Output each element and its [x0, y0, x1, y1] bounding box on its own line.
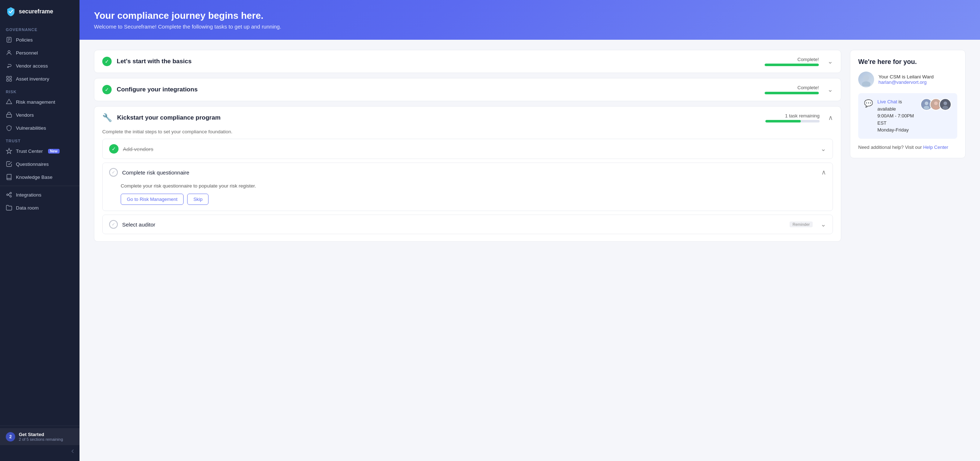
live-chat-link[interactable]: Live Chat	[877, 99, 897, 105]
live-chat-days: Monday-Friday	[877, 127, 909, 133]
get-started-section: 2 Get Started 2 of 5 sections remaining	[0, 420, 80, 461]
svg-point-21	[934, 102, 938, 105]
sidebar-item-vendors-label: Vendors	[16, 112, 34, 118]
sidebar-item-knowledge-base[interactable]: Knowledge Base	[0, 170, 80, 184]
svg-point-18	[862, 81, 870, 86]
hero-banner: Your compliance journey begins here. Wel…	[80, 0, 980, 40]
progress-bar-integrations	[765, 92, 819, 94]
svg-line-16	[8, 195, 10, 196]
sidebar-item-personnel[interactable]: Personnel	[0, 46, 80, 59]
svg-rect-8	[6, 79, 8, 81]
section-header-left-integrations: ✓ Configure your integrations	[102, 85, 756, 94]
chat-text: Live Chat is available 9:00AM - 7:00PM E…	[877, 98, 919, 134]
get-started-title: Get Started	[19, 432, 63, 437]
help-center-link[interactable]: Help Center	[923, 145, 948, 150]
subtask-header-add-vendors[interactable]: ✓ Add vendors ⌄	[103, 139, 832, 159]
svg-point-19	[925, 102, 928, 105]
sidebar: secureframe Governance Policies Personne…	[0, 0, 80, 461]
main-content: Your compliance journey begins here. Wel…	[80, 0, 980, 461]
go-to-risk-management-button[interactable]: Go to Risk Management	[121, 194, 184, 205]
svg-rect-11	[6, 114, 11, 118]
hero-title: Your compliance journey begins here.	[94, 10, 966, 21]
progress-bar-basics	[765, 64, 819, 66]
main-column: ✓ Let's start with the basics Complete! …	[94, 50, 841, 451]
sidebar-item-trust-center-label: Trust Center	[16, 148, 43, 154]
chat-icon: 💬	[864, 99, 873, 108]
sidebar-item-questionnaires[interactable]: Questionnaires	[0, 157, 80, 170]
section-status-kickstart: 1 task remaining	[785, 113, 819, 119]
sidebar-item-risk-management[interactable]: Risk management	[0, 95, 80, 108]
get-started-subtitle: 2 of 5 sections remaining	[19, 437, 63, 442]
csm-name: Your CSM is Leilani Ward	[878, 74, 934, 79]
svg-rect-7	[10, 76, 11, 78]
subtask-card-risk-questionnaire: Complete risk questionnaire ∧ Complete y…	[102, 162, 833, 211]
check-icon-add-vendors: ✓	[109, 144, 119, 154]
svg-point-4	[8, 51, 10, 53]
subtask-card-select-auditor: Select auditor Reminder ⌄	[102, 215, 833, 234]
subtask-title-risk-questionnaire: Complete risk questionnaire	[122, 169, 813, 176]
svg-point-17	[863, 75, 869, 81]
subtask-header-select-auditor[interactable]: Select auditor Reminder ⌄	[103, 215, 832, 234]
check-icon-integrations: ✓	[102, 85, 112, 94]
sidebar-item-vendor-access-label: Vendor access	[16, 63, 48, 68]
content-area: ✓ Let's start with the basics Complete! …	[80, 40, 980, 461]
sidebar-item-personnel-label: Personnel	[16, 50, 38, 56]
section-label-governance: Governance	[0, 23, 80, 33]
reminder-badge-select-auditor: Reminder	[789, 221, 813, 227]
chevron-select-auditor: ⌄	[821, 220, 826, 228]
check-icon-basics: ✓	[102, 57, 112, 66]
sidebar-item-vulnerabilities[interactable]: Vulnerabilities	[0, 121, 80, 134]
section-right-integrations: Complete!	[761, 85, 819, 94]
section-header-basics[interactable]: ✓ Let's start with the basics Complete! …	[94, 50, 841, 73]
csm-email[interactable]: harlan@vandervort.org	[878, 79, 934, 85]
subtask-title-select-auditor: Select auditor	[122, 221, 785, 227]
kickstart-description: Complete the initial steps to set your c…	[102, 129, 833, 134]
section-status-basics: Complete!	[797, 57, 819, 62]
svg-line-15	[8, 193, 10, 195]
svg-point-24	[942, 106, 948, 110]
progress-fill-basics	[765, 64, 819, 66]
check-icon-risk-questionnaire	[109, 168, 118, 176]
chevron-kickstart: ∧	[828, 114, 833, 122]
sidebar-item-vulnerabilities-label: Vulnerabilities	[16, 126, 46, 131]
section-header-left-basics: ✓ Let's start with the basics	[102, 57, 756, 66]
csm-info: Your CSM is Leilani Ward harlan@vandervo…	[878, 74, 934, 85]
section-header-integrations[interactable]: ✓ Configure your integrations Complete! …	[94, 78, 841, 101]
section-status-integrations: Complete!	[797, 85, 819, 90]
sidebar-item-asset-inventory[interactable]: Asset inventory	[0, 72, 80, 85]
kickstart-icon: 🔧	[102, 113, 112, 122]
section-card-kickstart: 🔧 Kickstart your compliance program 1 ta…	[94, 106, 841, 242]
section-right-kickstart: 1 task remaining	[762, 113, 819, 122]
sidebar-item-integrations[interactable]: Integrations	[0, 188, 80, 201]
sidebar-item-risk-management-label: Risk management	[16, 99, 55, 105]
sidebar-item-asset-inventory-label: Asset inventory	[16, 76, 49, 82]
svg-marker-10	[6, 99, 12, 104]
subtask-actions-risk-questionnaire: Go to Risk Management Skip	[121, 194, 826, 205]
get-started-item[interactable]: 2 Get Started 2 of 5 sections remaining	[0, 428, 80, 445]
svg-point-22	[933, 106, 939, 110]
chevron-basics: ⌄	[827, 57, 833, 65]
sidebar-item-trust-center[interactable]: Trust Center New	[0, 145, 80, 157]
collapse-sidebar-button[interactable]	[0, 445, 80, 458]
subtask-header-risk-questionnaire[interactable]: Complete risk questionnaire ∧	[103, 163, 832, 182]
progress-fill-kickstart	[765, 120, 801, 122]
chat-avatar-3	[939, 98, 951, 111]
chevron-risk-questionnaire: ∧	[821, 169, 826, 176]
chat-avatars	[923, 98, 951, 111]
sidebar-item-data-room-label: Data room	[16, 205, 39, 211]
hero-subtitle: Welcome to Secureframe! Complete the fol…	[94, 24, 966, 30]
section-header-kickstart[interactable]: 🔧 Kickstart your compliance program 1 ta…	[94, 107, 841, 129]
skip-button[interactable]: Skip	[187, 194, 208, 205]
sidebar-item-data-room[interactable]: Data room	[0, 201, 80, 214]
sidebar-item-vendors[interactable]: Vendors	[0, 108, 80, 121]
get-started-circle: 2	[6, 432, 15, 442]
sidebar-item-knowledge-base-label: Knowledge Base	[16, 175, 52, 180]
section-right-basics: Complete!	[761, 57, 819, 66]
app-name: secureframe	[19, 8, 53, 15]
sidebar-item-policies[interactable]: Policies	[0, 33, 80, 46]
sidebar-item-questionnaires-label: Questionnaires	[16, 162, 49, 167]
subtask-title-add-vendors: Add vendors	[123, 146, 813, 152]
logo[interactable]: secureframe	[0, 0, 80, 23]
progress-bar-kickstart	[765, 120, 819, 122]
sidebar-item-vendor-access[interactable]: Vendor access	[0, 59, 80, 72]
